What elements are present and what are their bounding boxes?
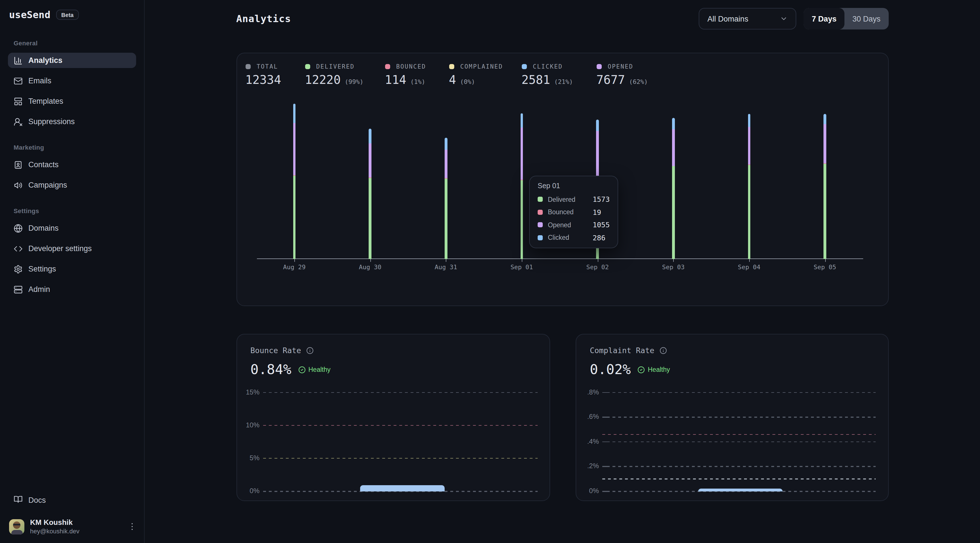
stacked-bar-aug-30[interactable] bbox=[369, 129, 371, 259]
bar-segment-opened bbox=[520, 127, 523, 180]
sidebar-section-label: Marketing bbox=[14, 144, 136, 151]
x-axis-tick bbox=[294, 259, 295, 262]
tooltip-value: 19 bbox=[593, 208, 601, 216]
domain-filter-value: All Domains bbox=[708, 14, 748, 23]
x-axis-label: Sep 02 bbox=[578, 264, 617, 271]
gridline-dashes bbox=[612, 441, 876, 442]
gridline-10%: 10% bbox=[237, 425, 550, 426]
bar-segment-clicked bbox=[369, 129, 371, 143]
bar-segment-delivered bbox=[369, 178, 371, 259]
toggle-30-days[interactable]: 30 Days bbox=[845, 8, 888, 30]
gridline-threshold-0.1 bbox=[576, 478, 888, 479]
bar-segment-opened bbox=[672, 129, 675, 166]
stacked-bar-aug-29[interactable] bbox=[293, 104, 296, 259]
sidebar-item-templates[interactable]: Templates bbox=[8, 94, 136, 109]
gridline-dashes bbox=[612, 466, 876, 467]
stacked-bar-sep-05[interactable] bbox=[824, 114, 826, 259]
sidebar-item-contacts[interactable]: Contacts bbox=[8, 157, 136, 172]
x-axis-tick bbox=[370, 259, 371, 262]
x-axis-label: Sep 03 bbox=[654, 264, 693, 271]
user-email: hey@koushik.dev bbox=[30, 527, 123, 535]
user-row[interactable]: KM Koushik hey@koushik.dev bbox=[8, 517, 136, 536]
chevron-down-icon bbox=[780, 15, 788, 23]
sidebar-item-settings[interactable]: Settings bbox=[8, 261, 136, 276]
gear-icon bbox=[14, 264, 23, 273]
stacked-bar-sep-03[interactable] bbox=[672, 118, 675, 259]
sidebar-item-label: Domains bbox=[29, 224, 59, 232]
bar-segment-delivered bbox=[672, 166, 675, 259]
date-range-toggle: 7 Days 30 Days bbox=[804, 8, 888, 30]
tooltip-label: Opened bbox=[548, 221, 571, 228]
page-title: Analytics bbox=[236, 13, 291, 24]
book-open-icon bbox=[14, 495, 23, 504]
x-axis-tick bbox=[673, 259, 674, 262]
sidebar-item-domains[interactable]: Domains bbox=[8, 221, 136, 236]
sidebar-section: GeneralAnalyticsEmailsTemplatesSuppressi… bbox=[8, 40, 136, 129]
tooltip-color-chip bbox=[538, 235, 543, 240]
sidebar-bottom: Docs KM Koushik hey@koushik.dev bbox=[8, 492, 136, 536]
rate-bar[interactable] bbox=[698, 488, 783, 492]
sidebar-section: SettingsDomainsDeveloper settingsSetting… bbox=[8, 208, 136, 297]
sidebar-item-label: Analytics bbox=[29, 56, 62, 65]
tooltip-color-chip bbox=[538, 222, 543, 227]
bar-segment-opened bbox=[369, 143, 371, 178]
stacked-bar-sep-01[interactable] bbox=[520, 113, 523, 259]
sidebar-item-emails[interactable]: Emails bbox=[8, 73, 136, 89]
gridline-dashes bbox=[602, 434, 876, 435]
sidebar-item-developer-settings[interactable]: Developer settings bbox=[8, 241, 136, 256]
stacked-bar-sep-04[interactable] bbox=[748, 114, 750, 259]
domain-filter-select[interactable]: All Domains bbox=[699, 8, 797, 30]
y-axis-label: 0% bbox=[580, 487, 599, 495]
bar-segment-clicked bbox=[748, 114, 750, 127]
bar-segment-clicked bbox=[824, 114, 826, 124]
analytics-chart-card: TOTAL 12334DELIVERED 12220(99%)BOUNCED 1… bbox=[236, 53, 888, 306]
bar-segment-opened bbox=[748, 127, 750, 164]
gridline-dashes bbox=[263, 392, 537, 393]
toggle-7-days[interactable]: 7 Days bbox=[804, 8, 845, 30]
bar-segment-delivered bbox=[520, 181, 523, 259]
user-menu-icon[interactable] bbox=[129, 521, 135, 532]
bar-segment-clicked bbox=[520, 113, 523, 127]
bar-segment-clicked bbox=[597, 120, 599, 131]
y-axis-label: 0% bbox=[240, 487, 259, 495]
gridline-dashes bbox=[612, 392, 876, 393]
stacked-bar-aug-31[interactable] bbox=[445, 138, 447, 259]
sidebar-section-label: General bbox=[14, 40, 136, 46]
chart-tooltip: Sep 01 Delivered1573Bounced19Opened1055C… bbox=[529, 176, 618, 248]
tooltip-row-opened: Opened1055 bbox=[538, 221, 609, 229]
sidebar-section: MarketingContactsCampaigns bbox=[8, 144, 136, 193]
sidebar-nav: GeneralAnalyticsEmailsTemplatesSuppressi… bbox=[8, 25, 136, 302]
y-axis-label: .2% bbox=[580, 462, 599, 470]
check-circle-icon bbox=[638, 366, 645, 373]
sidebar-item-suppressions[interactable]: Suppressions bbox=[8, 114, 136, 129]
logo-row: useSend Beta bbox=[8, 7, 136, 23]
y-axis-label: .6% bbox=[580, 413, 599, 421]
tooltip-color-chip bbox=[538, 210, 543, 214]
rate-cards-row: Bounce Rate 0.84% Healthy 15%10%5%0% bbox=[236, 334, 888, 501]
mail-icon bbox=[14, 76, 23, 85]
y-axis-tick bbox=[602, 466, 610, 467]
sidebar-item-label: Docs bbox=[29, 496, 46, 505]
sidebar-item-label: Developer settings bbox=[29, 244, 92, 253]
x-axis-tick bbox=[749, 259, 750, 262]
sidebar-item-admin[interactable]: Admin bbox=[8, 282, 136, 297]
tooltip-value: 286 bbox=[593, 233, 605, 242]
user-name: KM Koushik bbox=[30, 518, 123, 527]
x-axis-tick bbox=[597, 259, 598, 262]
code-icon bbox=[14, 244, 23, 253]
check-circle-icon bbox=[298, 366, 306, 373]
bar-segment-clicked bbox=[293, 104, 296, 123]
bar-segment-opened bbox=[445, 150, 447, 178]
tooltip-label: Clicked bbox=[548, 234, 569, 241]
sidebar-item-analytics[interactable]: Analytics bbox=[8, 53, 136, 68]
y-axis-label: .8% bbox=[580, 388, 599, 396]
sidebar-item-docs[interactable]: Docs bbox=[8, 492, 136, 508]
x-axis-tick bbox=[446, 259, 447, 262]
info-icon bbox=[306, 347, 313, 354]
rate-bar[interactable] bbox=[360, 485, 445, 492]
sidebar-item-label: Campaigns bbox=[29, 181, 67, 189]
bar-segment-delivered bbox=[824, 164, 826, 259]
bar-segment-clicked bbox=[672, 118, 675, 129]
book-open-icon bbox=[14, 495, 23, 506]
sidebar-item-campaigns[interactable]: Campaigns bbox=[8, 178, 136, 193]
